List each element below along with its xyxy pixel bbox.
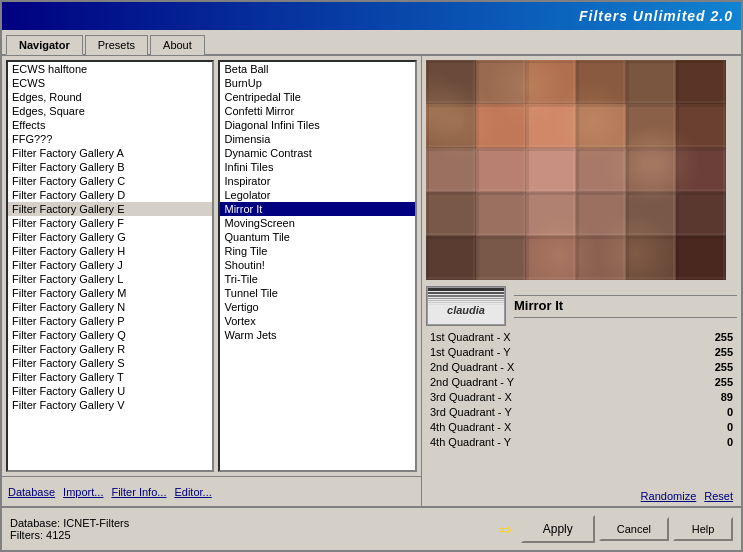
filters-status: Filters: 4125 xyxy=(10,529,129,541)
category-item[interactable]: Filter Factory Gallery Q xyxy=(8,328,212,342)
filter-item[interactable]: Dynamic Contrast xyxy=(220,146,415,160)
filter-item[interactable]: Tunnel Tile xyxy=(220,286,415,300)
category-item[interactable]: Filter Factory Gallery E xyxy=(8,202,212,216)
param-row: 1st Quadrant - X255 xyxy=(426,330,737,344)
filter-item[interactable]: MovingScreen xyxy=(220,216,415,230)
filter-item[interactable]: Beta Ball xyxy=(220,62,415,76)
category-item[interactable]: Filter Factory Gallery J xyxy=(8,258,212,272)
title-bar: Filters Unlimited 2.0 xyxy=(2,2,741,30)
param-value: 255 xyxy=(703,361,733,373)
filter-item[interactable]: Diagonal Infini Tiles xyxy=(220,118,415,132)
filter-item[interactable]: BurnUp xyxy=(220,76,415,90)
randomize-link[interactable]: Randomize xyxy=(641,490,697,502)
category-item[interactable]: Filter Factory Gallery G xyxy=(8,230,212,244)
category-item[interactable]: Effects xyxy=(8,118,212,132)
preview-image xyxy=(426,60,726,280)
param-row: 4th Quadrant - X0 xyxy=(426,420,737,434)
category-item[interactable]: Edges, Round xyxy=(8,90,212,104)
filter-list[interactable]: Beta BallBurnUpCentripedal TileConfetti … xyxy=(218,60,417,472)
param-row: 4th Quadrant - Y0 xyxy=(426,435,737,449)
plugin-name: Mirror It xyxy=(514,298,563,313)
param-label: 3rd Quadrant - X xyxy=(430,391,512,403)
category-item[interactable]: Filter Factory Gallery P xyxy=(8,314,212,328)
apply-arrow-icon: ⇨ xyxy=(499,520,512,539)
main-content: ECWS halftoneECWSEdges, RoundEdges, Squa… xyxy=(2,56,741,506)
bottom-toolbar: Database Import... Filter Info... Editor… xyxy=(2,476,421,506)
category-item[interactable]: Filter Factory Gallery F xyxy=(8,216,212,230)
tab-navigator[interactable]: Navigator xyxy=(6,35,83,55)
database-value: ICNET-Filters xyxy=(63,517,129,529)
filter-item[interactable]: Inspirator xyxy=(220,174,415,188)
category-item[interactable]: ECWS xyxy=(8,76,212,90)
param-value: 255 xyxy=(703,331,733,343)
filter-item[interactable]: Infini Tiles xyxy=(220,160,415,174)
plugin-info: claudia Mirror It xyxy=(426,286,737,326)
status-bar: Database: ICNET-Filters Filters: 4125 ⇨ … xyxy=(2,506,741,550)
right-toolbar: Randomize Reset xyxy=(426,490,737,502)
apply-button[interactable]: Apply xyxy=(521,515,595,543)
category-item[interactable]: FFG??? xyxy=(8,132,212,146)
category-item[interactable]: Filter Factory Gallery H xyxy=(8,244,212,258)
param-label: 4th Quadrant - X xyxy=(430,421,511,433)
category-item[interactable]: Filter Factory Gallery D xyxy=(8,188,212,202)
category-item[interactable]: Filter Factory Gallery C xyxy=(8,174,212,188)
filter-item[interactable]: Centripedal Tile xyxy=(220,90,415,104)
filter-item[interactable]: Vortex xyxy=(220,314,415,328)
status-info: Database: ICNET-Filters Filters: 4125 xyxy=(10,517,129,541)
database-link[interactable]: Database xyxy=(8,486,55,498)
import-link[interactable]: Import... xyxy=(63,486,103,498)
param-label: 3rd Quadrant - Y xyxy=(430,406,512,418)
category-item[interactable]: Filter Factory Gallery T xyxy=(8,370,212,384)
category-item[interactable]: Filter Factory Gallery M xyxy=(8,286,212,300)
category-item[interactable]: Filter Factory Gallery R xyxy=(8,342,212,356)
app-title: Filters Unlimited 2.0 xyxy=(579,8,733,24)
category-item[interactable]: Filter Factory Gallery B xyxy=(8,160,212,174)
filter-item[interactable]: Tri-Tile xyxy=(220,272,415,286)
param-value: 255 xyxy=(703,376,733,388)
tab-presets[interactable]: Presets xyxy=(85,35,148,55)
filter-item[interactable]: Dimensia xyxy=(220,132,415,146)
category-item[interactable]: Edges, Square xyxy=(8,104,212,118)
category-item[interactable]: ECWS halftone xyxy=(8,62,212,76)
param-label: 1st Quadrant - X xyxy=(430,331,511,343)
category-item[interactable]: Filter Factory Gallery S xyxy=(8,356,212,370)
filter-item[interactable]: Confetti Mirror xyxy=(220,104,415,118)
param-row: 3rd Quadrant - X89 xyxy=(426,390,737,404)
param-row: 1st Quadrant - Y255 xyxy=(426,345,737,359)
filter-item[interactable]: Vertigo xyxy=(220,300,415,314)
category-item[interactable]: Filter Factory Gallery A xyxy=(8,146,212,160)
param-row: 3rd Quadrant - Y0 xyxy=(426,405,737,419)
cancel-button[interactable]: Cancel xyxy=(599,517,669,541)
category-list[interactable]: ECWS halftoneECWSEdges, RoundEdges, Squa… xyxy=(6,60,214,472)
reset-link[interactable]: Reset xyxy=(704,490,733,502)
param-row: 2nd Quadrant - Y255 xyxy=(426,375,737,389)
filter-info-link[interactable]: Filter Info... xyxy=(111,486,166,498)
category-item[interactable]: Filter Factory Gallery V xyxy=(8,398,212,412)
left-panel: ECWS halftoneECWSEdges, RoundEdges, Squa… xyxy=(2,56,422,506)
filter-item[interactable]: Ring Tile xyxy=(220,244,415,258)
editor-link[interactable]: Editor... xyxy=(174,486,211,498)
category-item[interactable]: Filter Factory Gallery U xyxy=(8,384,212,398)
main-window: Filters Unlimited 2.0 Navigator Presets … xyxy=(0,0,743,552)
filter-item[interactable]: Warm Jets xyxy=(220,328,415,342)
category-item[interactable]: Filter Factory Gallery N xyxy=(8,300,212,314)
filter-item[interactable]: Legolator xyxy=(220,188,415,202)
filter-item[interactable]: Quantum Tile xyxy=(220,230,415,244)
database-label: Database: xyxy=(10,517,60,529)
filter-item[interactable]: Mirror It xyxy=(220,202,415,216)
help-button[interactable]: Help xyxy=(673,517,733,541)
param-label: 4th Quadrant - Y xyxy=(430,436,511,448)
param-value: 0 xyxy=(703,421,733,433)
tab-bar: Navigator Presets About xyxy=(2,30,741,56)
param-value: 0 xyxy=(703,436,733,448)
category-item[interactable]: Filter Factory Gallery L xyxy=(8,272,212,286)
param-label: 1st Quadrant - Y xyxy=(430,346,511,358)
param-value: 255 xyxy=(703,346,733,358)
status-buttons: ⇨ Apply Cancel Help xyxy=(521,515,733,543)
filter-item[interactable]: Shoutin! xyxy=(220,258,415,272)
filters-value: 4125 xyxy=(46,529,70,541)
logo-text: claudia xyxy=(447,304,485,316)
right-panel: claudia Mirror It 1st Quadrant - X2551st… xyxy=(422,56,741,506)
tab-about[interactable]: About xyxy=(150,35,205,55)
apply-btn-wrapper: ⇨ Apply xyxy=(521,515,595,543)
